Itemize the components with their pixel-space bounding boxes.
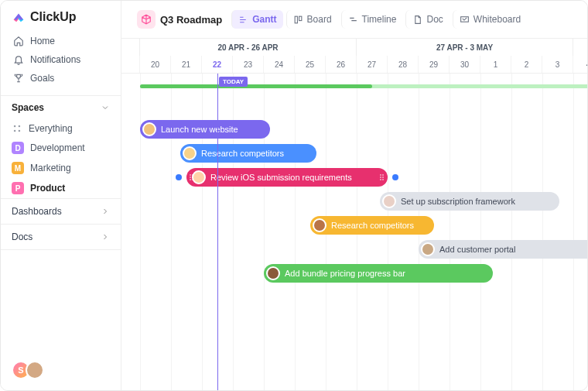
chevron-down-icon: [101, 103, 110, 112]
assignee-avatar: [266, 266, 280, 280]
timeline-day: 3: [542, 56, 573, 73]
space-letter-d: D: [12, 142, 24, 154]
gantt-icon: [238, 15, 248, 25]
nav-notifications[interactable]: Notifications: [5, 50, 116, 69]
task-bar[interactable]: Add customer portal: [419, 240, 587, 259]
timeline-weeks: 20 APR - 26 APR27 APR - 3 MAY4 MAY - 10 …: [121, 39, 587, 56]
project-icon: [137, 10, 156, 29]
presence-avatars[interactable]: S: [12, 361, 44, 379]
tab-whiteboard-label: Whiteboard: [473, 14, 521, 25]
timeline-day: 2: [511, 56, 542, 73]
grid-line: [480, 74, 481, 390]
timeline-week: 27 APR - 3 MAY: [357, 39, 573, 56]
chevron-right-icon: [101, 232, 110, 242]
assignee-avatar: [421, 242, 435, 256]
task-label: Launch new website: [161, 125, 238, 134]
svg-rect-4: [295, 16, 297, 23]
task-label: Research competitors: [201, 149, 284, 158]
timeline-day: 30: [450, 56, 480, 73]
resize-handle-right[interactable]: [380, 171, 385, 183]
timeline-day: 20: [140, 56, 171, 73]
trophy-icon: [13, 73, 24, 84]
project-chip[interactable]: Q3 Roadmap: [131, 7, 228, 32]
timeline-day: 28: [388, 56, 419, 73]
nav-home[interactable]: Home: [5, 32, 116, 50]
space-everything[interactable]: Everything: [1, 119, 121, 138]
svg-point-0: [14, 125, 16, 128]
project-title: Q3 Roadmap: [160, 14, 222, 26]
tab-whiteboard[interactable]: Whiteboard: [453, 10, 527, 29]
section-docs[interactable]: Docs: [1, 224, 121, 250]
space-development-label: Development: [30, 142, 85, 153]
nav-goals[interactable]: Goals: [5, 69, 116, 87]
everything-icon: [12, 123, 22, 134]
task-bar[interactable]: Research competitors: [180, 144, 316, 163]
task-bar[interactable]: Launch new website: [140, 120, 270, 139]
task-bar[interactable]: Research competitors: [310, 216, 434, 235]
section-dashboards[interactable]: Dashboards: [1, 198, 121, 224]
timeline-day: 1: [480, 56, 511, 73]
brand-name: ClickUp: [30, 10, 77, 24]
space-marketing[interactable]: M Marketing: [1, 158, 121, 178]
home-icon: [13, 36, 24, 46]
section-dashboards-label: Dashboards: [12, 206, 62, 217]
assignee-avatar: [313, 218, 326, 232]
tab-doc[interactable]: Doc: [405, 10, 449, 29]
nav-goals-label: Goals: [30, 73, 54, 84]
spaces-header[interactable]: Spaces: [1, 95, 121, 119]
nav-home-label: Home: [30, 36, 55, 46]
progress-fill: [140, 84, 372, 88]
space-marketing-label: Marketing: [30, 163, 71, 173]
whiteboard-icon: [460, 15, 470, 25]
dependency-dot-left[interactable]: [176, 174, 182, 180]
space-development[interactable]: D Development: [1, 138, 121, 158]
timeline-day: 4: [573, 56, 587, 73]
space-product-label: Product: [30, 183, 65, 194]
tab-gantt[interactable]: Gantt: [231, 10, 282, 29]
tab-timeline-label: Timeline: [362, 14, 397, 25]
tab-timeline[interactable]: Timeline: [341, 10, 403, 29]
dependency-dot-right[interactable]: [392, 174, 398, 180]
space-letter-m: M: [12, 162, 24, 174]
brand[interactable]: ClickUp: [1, 1, 121, 32]
timeline-day: 25: [295, 56, 326, 73]
timeline-day: 23: [233, 56, 264, 73]
topbar: Q3 Roadmap Gantt Board Timeline Doc Whit…: [121, 1, 587, 39]
grid-line: [140, 74, 141, 390]
timeline-day: 24: [264, 56, 295, 73]
primary-nav: Home Notifications Goals: [1, 32, 121, 95]
timeline-day: 21: [171, 56, 202, 73]
doc-icon: [412, 15, 422, 25]
space-everything-label: Everything: [29, 123, 73, 134]
resize-handle-left[interactable]: [190, 171, 194, 183]
space-product[interactable]: P Product: [1, 178, 121, 198]
timeline-day: 27: [357, 56, 388, 73]
assignee-avatar: [183, 146, 197, 160]
timeline-day: 22: [202, 56, 233, 73]
avatar: [26, 361, 44, 379]
spaces-label: Spaces: [12, 102, 44, 113]
timeline-icon: [348, 15, 358, 25]
cube-icon: [141, 14, 152, 25]
gantt-canvas[interactable]: TODAYLaunch new websiteResearch competit…: [121, 74, 587, 390]
today-line: [217, 74, 218, 390]
assignee-avatar: [382, 194, 396, 208]
timeline-days: 2021222324252627282930123456789101112: [121, 56, 587, 73]
timeline-week-pad: [121, 39, 140, 56]
task-label: Review iOS submission requirements: [210, 173, 352, 182]
grid-line: [573, 74, 574, 390]
chevron-right-icon: [101, 207, 110, 216]
task-bar[interactable]: Set up subscription framework: [380, 192, 559, 211]
tab-board-label: Board: [307, 14, 332, 25]
timeline-header: 20 APR - 26 APR27 APR - 3 MAY4 MAY - 10 …: [121, 39, 587, 74]
timeline-week: 4 MAY - 10 MAY: [573, 39, 587, 56]
grid-line: [542, 74, 543, 390]
grid-line: [511, 74, 512, 390]
grid-line: [295, 74, 296, 390]
task-bar[interactable]: Add bundle pricing progress bar: [264, 264, 493, 283]
tab-gantt-label: Gantt: [252, 14, 276, 25]
tab-board[interactable]: Board: [286, 10, 338, 29]
task-bar[interactable]: Review iOS submission requirements: [186, 168, 388, 187]
timeline-week: 20 APR - 26 APR: [140, 39, 357, 56]
board-icon: [293, 15, 303, 25]
